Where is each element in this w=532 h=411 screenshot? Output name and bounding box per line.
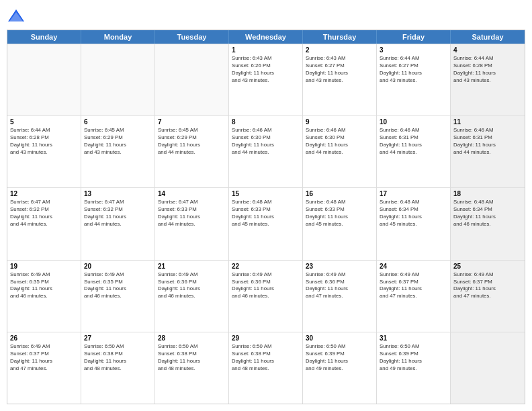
cal-cell: 20Sunrise: 6:49 AM Sunset: 6:35 PM Dayli…	[81, 261, 155, 332]
day-number: 26	[10, 334, 78, 342]
day-number: 1	[232, 46, 300, 54]
weekday-header-tuesday: Tuesday	[155, 30, 229, 44]
cal-cell: 30Sunrise: 6:50 AM Sunset: 6:39 PM Dayli…	[303, 332, 377, 404]
day-info: Sunrise: 6:46 AM Sunset: 6:31 PM Dayligh…	[380, 127, 447, 156]
day-number: 30	[306, 334, 373, 342]
day-info: Sunrise: 6:48 AM Sunset: 6:33 PM Dayligh…	[306, 199, 373, 228]
day-info: Sunrise: 6:44 AM Sunset: 6:28 PM Dayligh…	[453, 55, 522, 85]
weekday-header-sunday: Sunday	[7, 30, 81, 44]
weekday-header-saturday: Saturday	[451, 30, 525, 44]
day-info: Sunrise: 6:47 AM Sunset: 6:33 PM Dayligh…	[158, 199, 226, 228]
day-number: 4	[453, 46, 522, 54]
day-info: Sunrise: 6:49 AM Sunset: 6:37 PM Dayligh…	[453, 271, 522, 301]
cal-cell: 5Sunrise: 6:44 AM Sunset: 6:28 PM Daylig…	[7, 116, 81, 187]
day-info: Sunrise: 6:48 AM Sunset: 6:33 PM Dayligh…	[232, 199, 300, 228]
day-info: Sunrise: 6:49 AM Sunset: 6:35 PM Dayligh…	[10, 271, 78, 301]
day-info: Sunrise: 6:50 AM Sunset: 6:39 PM Dayligh…	[306, 343, 373, 373]
cal-cell: 10Sunrise: 6:46 AM Sunset: 6:31 PM Dayli…	[377, 116, 451, 187]
cal-row-0: 1Sunrise: 6:43 AM Sunset: 6:26 PM Daylig…	[7, 44, 525, 116]
cal-cell	[81, 44, 155, 116]
cal-cell: 14Sunrise: 6:47 AM Sunset: 6:33 PM Dayli…	[155, 188, 229, 259]
day-number: 7	[158, 118, 226, 126]
day-number: 15	[232, 190, 300, 197]
day-info: Sunrise: 6:46 AM Sunset: 6:30 PM Dayligh…	[232, 127, 300, 156]
day-info: Sunrise: 6:43 AM Sunset: 6:27 PM Dayligh…	[306, 55, 373, 85]
cal-cell: 22Sunrise: 6:49 AM Sunset: 6:36 PM Dayli…	[229, 261, 303, 332]
logo-icon	[7, 7, 26, 26]
weekday-header-thursday: Thursday	[303, 30, 377, 44]
cal-cell	[451, 332, 525, 404]
cal-cell: 9Sunrise: 6:46 AM Sunset: 6:30 PM Daylig…	[303, 116, 377, 187]
cal-cell: 11Sunrise: 6:46 AM Sunset: 6:31 PM Dayli…	[451, 116, 525, 187]
cal-cell	[7, 44, 81, 116]
day-info: Sunrise: 6:44 AM Sunset: 6:28 PM Dayligh…	[10, 127, 78, 156]
cal-cell: 24Sunrise: 6:49 AM Sunset: 6:37 PM Dayli…	[377, 261, 451, 332]
cal-cell: 25Sunrise: 6:49 AM Sunset: 6:37 PM Dayli…	[451, 261, 525, 332]
calendar-body: 1Sunrise: 6:43 AM Sunset: 6:26 PM Daylig…	[7, 44, 525, 404]
cal-cell: 2Sunrise: 6:43 AM Sunset: 6:27 PM Daylig…	[303, 44, 377, 116]
day-info: Sunrise: 6:50 AM Sunset: 6:38 PM Dayligh…	[84, 343, 152, 373]
day-number: 23	[306, 263, 373, 270]
day-number: 24	[380, 263, 447, 270]
day-info: Sunrise: 6:49 AM Sunset: 6:35 PM Dayligh…	[84, 271, 152, 301]
day-number: 5	[10, 118, 78, 126]
day-info: Sunrise: 6:49 AM Sunset: 6:36 PM Dayligh…	[232, 271, 300, 301]
cal-cell: 26Sunrise: 6:49 AM Sunset: 6:37 PM Dayli…	[7, 332, 81, 404]
day-info: Sunrise: 6:45 AM Sunset: 6:29 PM Dayligh…	[158, 127, 226, 156]
day-info: Sunrise: 6:47 AM Sunset: 6:32 PM Dayligh…	[10, 199, 78, 228]
logo	[7, 7, 28, 26]
day-number: 10	[380, 118, 447, 126]
day-info: Sunrise: 6:50 AM Sunset: 6:38 PM Dayligh…	[158, 343, 226, 373]
cal-cell: 13Sunrise: 6:47 AM Sunset: 6:32 PM Dayli…	[81, 188, 155, 259]
cal-cell: 19Sunrise: 6:49 AM Sunset: 6:35 PM Dayli…	[7, 261, 81, 332]
cal-cell: 15Sunrise: 6:48 AM Sunset: 6:33 PM Dayli…	[229, 188, 303, 259]
cal-cell: 16Sunrise: 6:48 AM Sunset: 6:33 PM Dayli…	[303, 188, 377, 259]
day-number: 22	[232, 263, 300, 270]
cal-cell: 1Sunrise: 6:43 AM Sunset: 6:26 PM Daylig…	[229, 44, 303, 116]
day-number: 16	[306, 190, 373, 197]
cal-cell	[155, 44, 229, 116]
day-info: Sunrise: 6:50 AM Sunset: 6:39 PM Dayligh…	[380, 343, 447, 373]
cal-cell: 28Sunrise: 6:50 AM Sunset: 6:38 PM Dayli…	[155, 332, 229, 404]
day-number: 12	[10, 190, 78, 197]
day-number: 9	[306, 118, 373, 126]
cal-cell: 7Sunrise: 6:45 AM Sunset: 6:29 PM Daylig…	[155, 116, 229, 187]
day-number: 19	[10, 263, 78, 270]
day-info: Sunrise: 6:44 AM Sunset: 6:27 PM Dayligh…	[380, 55, 447, 85]
weekday-header-friday: Friday	[377, 30, 451, 44]
day-number: 21	[158, 263, 226, 270]
day-info: Sunrise: 6:49 AM Sunset: 6:37 PM Dayligh…	[380, 271, 447, 301]
day-info: Sunrise: 6:46 AM Sunset: 6:30 PM Dayligh…	[306, 127, 373, 156]
cal-cell: 12Sunrise: 6:47 AM Sunset: 6:32 PM Dayli…	[7, 188, 81, 259]
cal-row-3: 19Sunrise: 6:49 AM Sunset: 6:35 PM Dayli…	[7, 260, 525, 332]
day-number: 31	[380, 334, 447, 342]
day-info: Sunrise: 6:46 AM Sunset: 6:31 PM Dayligh…	[453, 127, 522, 156]
cal-row-2: 12Sunrise: 6:47 AM Sunset: 6:32 PM Dayli…	[7, 187, 525, 259]
day-info: Sunrise: 6:49 AM Sunset: 6:36 PM Dayligh…	[158, 271, 226, 301]
cal-cell: 4Sunrise: 6:44 AM Sunset: 6:28 PM Daylig…	[451, 44, 525, 116]
cal-cell: 18Sunrise: 6:48 AM Sunset: 6:34 PM Dayli…	[451, 188, 525, 259]
cal-row-1: 5Sunrise: 6:44 AM Sunset: 6:28 PM Daylig…	[7, 116, 525, 187]
day-number: 25	[453, 263, 522, 270]
day-info: Sunrise: 6:49 AM Sunset: 6:37 PM Dayligh…	[10, 343, 78, 373]
day-number: 20	[84, 263, 152, 270]
cal-cell: 21Sunrise: 6:49 AM Sunset: 6:36 PM Dayli…	[155, 261, 229, 332]
header	[7, 7, 525, 26]
cal-cell: 27Sunrise: 6:50 AM Sunset: 6:38 PM Dayli…	[81, 332, 155, 404]
day-info: Sunrise: 6:47 AM Sunset: 6:32 PM Dayligh…	[84, 199, 152, 228]
day-number: 13	[84, 190, 152, 197]
day-info: Sunrise: 6:48 AM Sunset: 6:34 PM Dayligh…	[453, 199, 522, 228]
weekday-header-monday: Monday	[81, 30, 155, 44]
cal-cell: 17Sunrise: 6:48 AM Sunset: 6:34 PM Dayli…	[377, 188, 451, 259]
day-info: Sunrise: 6:43 AM Sunset: 6:26 PM Dayligh…	[232, 55, 300, 85]
cal-cell: 3Sunrise: 6:44 AM Sunset: 6:27 PM Daylig…	[377, 44, 451, 116]
day-number: 18	[453, 190, 522, 197]
day-number: 8	[232, 118, 300, 126]
cal-row-4: 26Sunrise: 6:49 AM Sunset: 6:37 PM Dayli…	[7, 332, 525, 404]
day-number: 2	[306, 46, 373, 54]
cal-cell: 6Sunrise: 6:45 AM Sunset: 6:29 PM Daylig…	[81, 116, 155, 187]
weekday-header-wednesday: Wednesday	[229, 30, 303, 44]
day-number: 3	[380, 46, 447, 54]
day-number: 27	[84, 334, 152, 342]
page: SundayMondayTuesdayWednesdayThursdayFrid…	[0, 0, 532, 411]
